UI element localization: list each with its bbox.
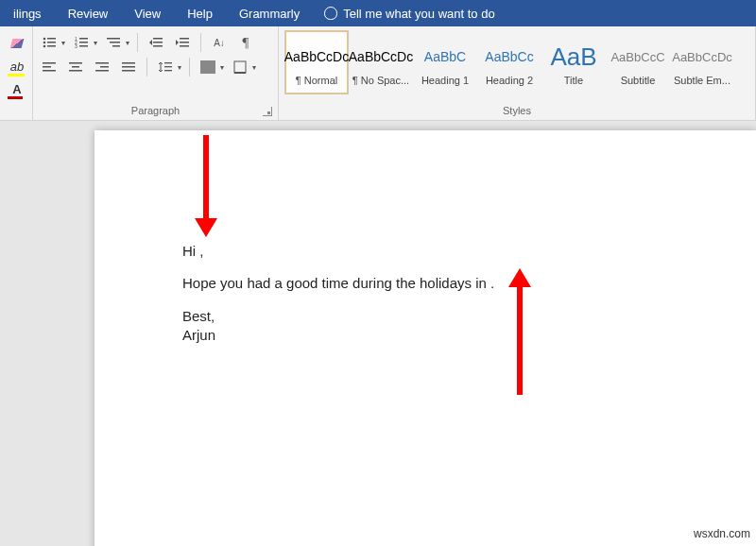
style-sample: AaBbC <box>424 39 466 75</box>
svg-marker-18 <box>149 40 152 45</box>
justify-button[interactable] <box>118 57 139 77</box>
svg-rect-1 <box>47 38 56 40</box>
eraser-icon <box>10 39 25 48</box>
caret-icon[interactable]: ▾ <box>61 39 65 47</box>
svg-rect-38 <box>234 61 246 73</box>
svg-rect-7 <box>79 38 88 40</box>
svg-rect-19 <box>180 38 189 40</box>
pilcrow-icon: ¶ <box>243 35 249 51</box>
font-color-button[interactable]: A <box>6 79 28 98</box>
svg-rect-9 <box>79 42 88 43</box>
svg-rect-24 <box>43 66 51 68</box>
caret-icon[interactable]: ▾ <box>178 63 181 72</box>
svg-rect-27 <box>72 66 79 68</box>
style-title[interactable]: AaBTitle <box>541 30 606 94</box>
document-body[interactable]: Hi , Hope you had a good time during the… <box>182 242 494 345</box>
style-subtle-em-[interactable]: AaBbCcDcSubtle Em... <box>670 30 734 94</box>
doc-line-body[interactable]: Hope you had a good time during the holi… <box>182 274 494 293</box>
dialog-launcher-icon[interactable] <box>263 107 272 116</box>
paragraph-group-label: Paragraph <box>39 103 272 118</box>
caret-icon[interactable]: ▾ <box>252 63 256 72</box>
styles-group: AaBbCcDc¶ NormalAaBbCcDc¶ No Spac...AaBb… <box>279 26 756 120</box>
svg-rect-33 <box>122 66 135 68</box>
svg-rect-13 <box>110 42 120 43</box>
numbering-button[interactable]: 123 <box>71 32 92 53</box>
align-left-button[interactable] <box>39 57 60 77</box>
svg-rect-23 <box>43 62 56 64</box>
separator <box>137 33 138 52</box>
svg-point-4 <box>43 45 46 48</box>
svg-rect-36 <box>164 66 172 67</box>
style--no-spac-[interactable]: AaBbCcDc¶ No Spac... <box>349 30 413 94</box>
style-label: Subtitle <box>621 75 656 86</box>
svg-rect-26 <box>69 62 82 64</box>
svg-rect-35 <box>164 62 172 63</box>
svg-text:3: 3 <box>75 43 77 48</box>
style-heading-2[interactable]: AaBbCcHeading 2 <box>477 30 541 94</box>
svg-rect-3 <box>47 42 56 43</box>
caret-icon[interactable]: ▾ <box>94 39 97 47</box>
separator <box>200 33 201 52</box>
multilevel-list-button[interactable] <box>103 32 124 53</box>
svg-rect-34 <box>122 70 135 72</box>
clear-formatting-button[interactable] <box>6 34 28 53</box>
tab-view[interactable]: View <box>121 1 174 26</box>
svg-rect-20 <box>180 42 189 43</box>
style-sample: AaBbCcC <box>610 39 664 75</box>
paint-bucket-icon <box>200 60 215 74</box>
caret-icon[interactable]: ▾ <box>126 39 129 47</box>
bullets-button[interactable] <box>39 32 60 53</box>
style-sample: AaBbCcDc <box>672 39 732 75</box>
tab-mailings[interactable]: ilings <box>0 1 55 26</box>
style-label: Subtle Em... <box>674 75 730 86</box>
style-sample: AaB <box>550 39 596 75</box>
document-workspace: Hi , Hope you had a good time during the… <box>0 121 756 546</box>
separator <box>189 58 190 77</box>
style-subtitle[interactable]: AaBbCcCSubtitle <box>606 30 670 94</box>
document-page[interactable]: Hi , Hope you had a good time during the… <box>94 130 756 546</box>
line-spacing-button[interactable] <box>155 57 176 77</box>
svg-rect-16 <box>153 42 163 43</box>
paragraph-group: ▾ 123▾ ▾ A↓ ¶ ▾ ▾ ▾ <box>33 26 279 120</box>
style-heading-1[interactable]: AaBbCHeading 1 <box>413 30 477 94</box>
svg-rect-21 <box>180 45 189 47</box>
tell-me-search[interactable]: Tell me what you want to do <box>313 7 494 21</box>
style--normal[interactable]: AaBbCcDc¶ Normal <box>284 30 349 94</box>
caret-icon[interactable]: ▾ <box>220 63 224 72</box>
sort-button[interactable]: A↓ <box>209 32 230 53</box>
decrease-indent-button[interactable] <box>146 32 166 53</box>
tab-review[interactable]: Review <box>55 1 122 26</box>
separator <box>146 58 147 77</box>
borders-button[interactable] <box>230 57 250 77</box>
svg-point-2 <box>43 42 46 44</box>
tab-grammarly[interactable]: Grammarly <box>226 1 313 26</box>
svg-rect-17 <box>153 45 163 47</box>
svg-rect-32 <box>122 62 135 64</box>
increase-indent-button[interactable] <box>172 32 193 53</box>
style-label: Heading 1 <box>421 75 469 86</box>
shading-button[interactable] <box>198 57 218 77</box>
doc-line-greeting[interactable]: Hi , <box>182 242 494 261</box>
align-right-button[interactable] <box>92 57 112 77</box>
highlight-color-button[interactable]: ab <box>6 57 28 76</box>
svg-rect-11 <box>79 45 88 47</box>
svg-point-0 <box>43 38 46 41</box>
watermark-text: wsxdn.com <box>694 527 750 540</box>
align-center-button[interactable] <box>65 57 86 77</box>
style-label: Title <box>564 75 583 86</box>
svg-rect-14 <box>112 45 120 47</box>
show-marks-button[interactable]: ¶ <box>235 32 256 53</box>
svg-rect-15 <box>153 38 163 40</box>
doc-line-signature[interactable]: Arjun <box>182 326 494 345</box>
svg-rect-30 <box>100 66 109 68</box>
style-sample: AaBbCcDc <box>349 39 413 75</box>
doc-line-closing[interactable]: Best, <box>182 307 494 326</box>
lightbulb-icon <box>324 7 337 20</box>
svg-rect-37 <box>164 70 172 71</box>
tab-help[interactable]: Help <box>174 1 226 26</box>
style-label: ¶ No Spac... <box>352 75 409 86</box>
font-group-partial: ab A <box>0 26 33 120</box>
ribbon-tabs: ilings Review View Help Grammarly Tell m… <box>0 0 756 26</box>
annotation-arrow-down <box>203 135 209 222</box>
style-label: Heading 2 <box>486 75 533 86</box>
